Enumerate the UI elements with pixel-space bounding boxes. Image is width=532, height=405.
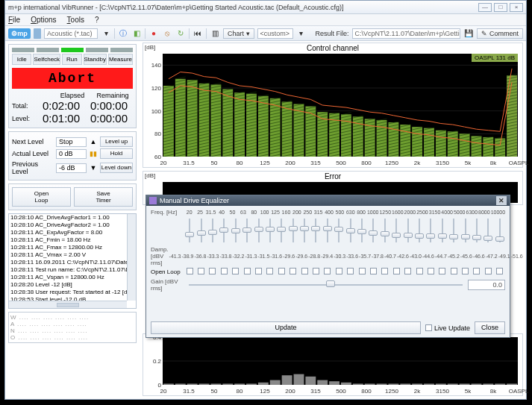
mode-idle[interactable]: Idle bbox=[12, 54, 31, 65]
eq-slider[interactable] bbox=[391, 219, 401, 242]
open-loop-checkbox[interactable] bbox=[437, 268, 448, 276]
open-loop-checkbox[interactable] bbox=[495, 268, 505, 276]
custom-field[interactable]: <custom> bbox=[257, 28, 293, 39]
log-line[interactable]: 10:28:11 AC_Fmax = 12800.00 Hz bbox=[9, 244, 136, 251]
eq-slider[interactable] bbox=[242, 219, 252, 242]
eq-slider[interactable] bbox=[425, 219, 436, 242]
open-loop-checkbox[interactable] bbox=[414, 268, 425, 276]
open-loop-checkbox[interactable] bbox=[472, 268, 482, 276]
next-level-field[interactable]: Stop bbox=[56, 137, 87, 147]
eq-slider[interactable] bbox=[322, 219, 333, 242]
eq-slider[interactable] bbox=[345, 219, 355, 242]
update-button[interactable]: Update bbox=[151, 321, 421, 334]
eq-slider[interactable] bbox=[437, 219, 448, 242]
hold-button[interactable]: Hold bbox=[100, 148, 133, 159]
open-loop-checkbox[interactable] bbox=[207, 268, 218, 276]
menu-help[interactable]: ? bbox=[95, 16, 99, 24]
log-line[interactable]: 10:28:11 16.09.2011 C:\VcpNT\2.11.07\Dat… bbox=[9, 259, 136, 266]
eq-slider[interactable] bbox=[472, 219, 482, 242]
dialog-close-button[interactable]: ✕ bbox=[496, 196, 507, 205]
mode-standby[interactable]: Standby bbox=[84, 54, 107, 65]
eq-slider[interactable] bbox=[265, 219, 275, 242]
eq-slider[interactable] bbox=[368, 219, 378, 242]
log-line[interactable]: 10:28:11 AC_Vspan = 12800.00 Hz bbox=[9, 274, 136, 281]
open-loop-checkbox[interactable] bbox=[357, 268, 367, 276]
log-listbox[interactable]: 10:28:10 AC_DriveAvgFactor1 = 1.0010:28:… bbox=[8, 213, 137, 309]
open-loop-checkbox[interactable] bbox=[460, 268, 470, 276]
open-loop-checkbox[interactable] bbox=[425, 268, 436, 276]
eq-slider[interactable] bbox=[402, 219, 413, 242]
eq-slider[interactable] bbox=[219, 219, 229, 242]
open-loop-checkbox[interactable] bbox=[276, 268, 287, 276]
actual-level-field[interactable]: 0 dB bbox=[56, 149, 87, 159]
custom-dropdown-icon[interactable]: ▾ bbox=[296, 28, 307, 39]
previous-level-field[interactable]: -6 dB bbox=[56, 163, 87, 173]
eq-slider[interactable] bbox=[357, 219, 367, 242]
open-loop-checkbox[interactable] bbox=[334, 268, 344, 276]
log-scrollbar-h[interactable] bbox=[9, 301, 127, 308]
log-line[interactable]: 10:28:11 AC_Vmax = 2.00 V bbox=[9, 251, 136, 259]
open-loop-checkbox[interactable] bbox=[299, 268, 310, 276]
log-line[interactable]: 10:28:10 AC_DriveAvgFactor2 = 1.00 bbox=[9, 222, 136, 229]
level-down-button[interactable]: Level down bbox=[100, 163, 133, 173]
log-line[interactable]: 10:28:11 AC_Fmin = 18.00 Hz bbox=[9, 236, 136, 244]
level-up-button[interactable]: Level up bbox=[100, 136, 133, 147]
nav-back-button[interactable] bbox=[34, 28, 41, 39]
minimize-button[interactable]: — bbox=[478, 3, 492, 12]
open-loop-checkbox[interactable] bbox=[219, 268, 229, 276]
maximize-button[interactable]: □ bbox=[494, 3, 507, 12]
eq-slider[interactable] bbox=[207, 219, 218, 242]
mode-selfcheck[interactable]: Selfcheck bbox=[33, 54, 60, 65]
close-button[interactable]: × bbox=[510, 3, 523, 12]
dialog-close-btn[interactable]: Close bbox=[475, 321, 505, 334]
live-update-checkbox[interactable]: Live Update bbox=[425, 324, 470, 332]
result-file-field[interactable]: C:\VcpNT\2.11.07\Daten\m+p\Getting Start… bbox=[352, 28, 461, 39]
menu-options[interactable]: Options bbox=[31, 16, 56, 24]
info-icon[interactable]: ⓘ bbox=[118, 28, 128, 39]
save-icon[interactable]: 💾 bbox=[463, 28, 474, 39]
open-loop-checkbox[interactable] bbox=[184, 268, 195, 276]
rewind-icon[interactable]: ⏮ bbox=[193, 28, 203, 39]
open-loop-checkbox[interactable] bbox=[195, 268, 206, 276]
log-line[interactable]: 10:28:11 AC_ExpAvgFactor = 8.00 bbox=[9, 229, 136, 236]
log-scrollbar-v[interactable] bbox=[127, 214, 136, 301]
eq-slider[interactable] bbox=[195, 219, 206, 242]
open-loop-checkbox[interactable] bbox=[368, 268, 378, 276]
open-loop-checkbox[interactable] bbox=[322, 268, 333, 276]
eq-slider[interactable] bbox=[414, 219, 425, 242]
chart-icon[interactable]: ▥ bbox=[210, 28, 220, 39]
dropdown-icon[interactable]: ▾ bbox=[101, 28, 111, 39]
gain-slider-thumb[interactable] bbox=[326, 280, 335, 287]
stop-icon[interactable]: ⦸ bbox=[162, 28, 172, 39]
menu-tools[interactable]: Tools bbox=[67, 16, 84, 24]
open-loop-checkbox[interactable] bbox=[242, 268, 252, 276]
dialog-titlebar[interactable]: Manual Drive Equalizer ✕ bbox=[146, 195, 510, 206]
eq-slider[interactable] bbox=[253, 219, 263, 242]
abort-button[interactable]: Abort bbox=[12, 68, 133, 89]
eq-slider[interactable] bbox=[184, 219, 195, 242]
open-loop-checkbox[interactable] bbox=[288, 268, 298, 276]
mode-run[interactable]: Run bbox=[62, 54, 81, 65]
comment-button[interactable]: ✎ Comment bbox=[477, 28, 523, 39]
open-loop-checkbox[interactable] bbox=[391, 268, 401, 276]
tool-icon[interactable]: ◧ bbox=[131, 28, 142, 39]
open-loop-checkbox[interactable] bbox=[231, 268, 241, 276]
eq-slider[interactable] bbox=[334, 219, 344, 242]
menu-file[interactable]: File bbox=[8, 16, 20, 24]
eq-slider[interactable] bbox=[380, 219, 390, 242]
save-timer-button[interactable]: Save Timer bbox=[74, 187, 133, 207]
log-line[interactable]: 10:28:10 AC_DriveAvgFactor1 = 1.00 bbox=[9, 214, 136, 222]
eq-slider[interactable] bbox=[276, 219, 287, 242]
eq-slider[interactable] bbox=[460, 219, 470, 242]
open-loop-button[interactable]: Open Loop bbox=[12, 187, 71, 207]
record-icon[interactable]: ● bbox=[148, 28, 159, 39]
chart-button[interactable]: Chart ▾ bbox=[223, 28, 254, 39]
open-loop-checkbox[interactable] bbox=[402, 268, 413, 276]
log-line[interactable]: 10:28:38 User request: Test started at -… bbox=[9, 289, 136, 296]
open-loop-checkbox[interactable] bbox=[345, 268, 355, 276]
log-line[interactable]: 10:28:11 Test run name: C:\VcpNT\2.11.07… bbox=[9, 266, 136, 274]
log-line[interactable]: 10:28:20 Level -12 [dB] bbox=[9, 281, 136, 289]
file-type-field[interactable]: Acoustic (*.tac) bbox=[44, 28, 98, 39]
eq-slider[interactable] bbox=[231, 219, 241, 242]
eq-slider[interactable] bbox=[310, 219, 321, 242]
